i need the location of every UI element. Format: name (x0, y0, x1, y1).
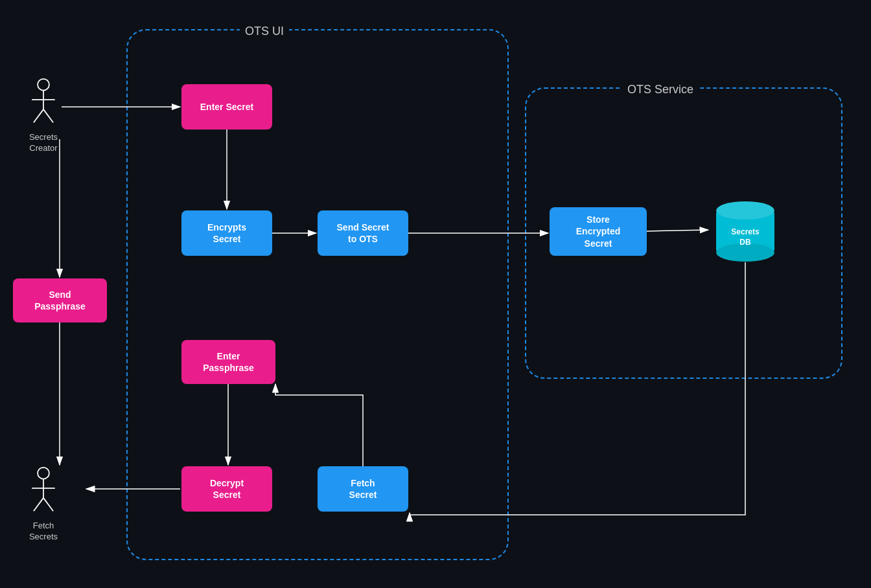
secrets-creator-icon (27, 78, 60, 130)
secrets-creator-actor: SecretsCreator (27, 78, 60, 154)
ots-service-label: OTS Service (622, 83, 699, 96)
send-secret-node: Send Secretto OTS (318, 210, 408, 256)
store-encrypted-secret-node: StoreEncryptedSecret (550, 207, 647, 256)
fetch-secrets-actor: FetchSecrets (27, 466, 60, 543)
secrets-db-icon: Secrets DB (710, 194, 781, 266)
svg-point-5 (38, 468, 49, 479)
svg-text:Secrets: Secrets (731, 227, 760, 236)
enter-passphrase-node: EnterPassphrase (181, 340, 275, 384)
secrets-db: Secrets DB (710, 194, 781, 268)
svg-line-4 (43, 109, 53, 122)
fetch-secrets-label: FetchSecrets (29, 521, 58, 543)
decrypt-secret-node: DecryptSecret (181, 466, 272, 512)
svg-line-3 (34, 109, 43, 122)
fetch-secret-node: FetchSecret (318, 466, 408, 512)
svg-text:DB: DB (739, 238, 751, 247)
encrypts-secret-node: EncryptsSecret (181, 210, 272, 256)
ots-ui-label: OTS UI (240, 25, 289, 38)
svg-line-8 (34, 498, 43, 511)
fetch-secrets-icon (27, 466, 60, 518)
enter-secret-node: Enter Secret (181, 84, 272, 130)
svg-point-0 (38, 79, 49, 91)
diagram-container: OTS UI OTS Service SecretsCreator FetchS… (0, 0, 871, 588)
svg-line-9 (43, 498, 53, 511)
secrets-creator-label: SecretsCreator (29, 132, 58, 154)
svg-point-11 (716, 201, 774, 220)
send-passphrase-node: SendPassphrase (13, 278, 107, 322)
